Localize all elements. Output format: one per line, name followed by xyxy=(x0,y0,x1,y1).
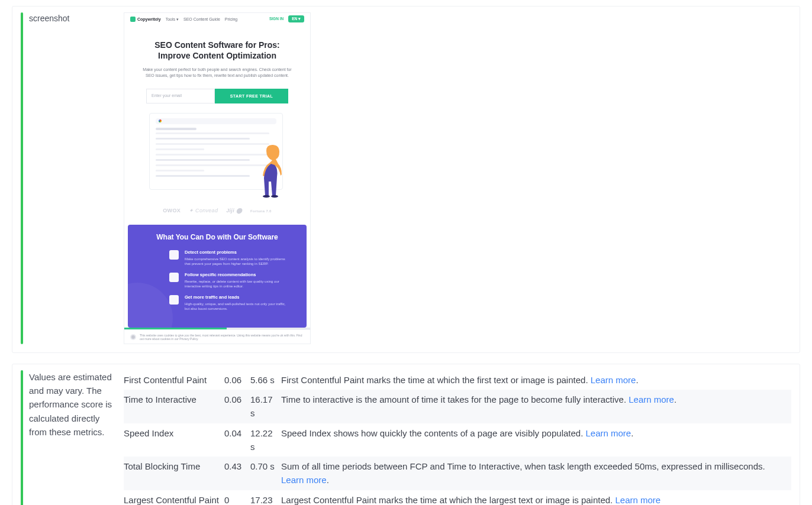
feature-title: Get more traffic and leads xyxy=(185,294,291,300)
nav-item-tools: Tools ▾ xyxy=(166,17,179,22)
screenshot-label: screenshot xyxy=(29,12,118,25)
metric-time: 0.70 s xyxy=(250,457,281,490)
search-bar-icon xyxy=(156,118,276,124)
metric-description: First Contentful Paint marks the time at… xyxy=(281,370,791,390)
email-input: Enter your email xyxy=(146,89,215,103)
features-heading: What You Can Do with Our Software xyxy=(143,233,291,242)
signin-link: SIGN IN xyxy=(269,17,283,21)
metrics-table: First Contentful Paint0.065.66 sFirst Co… xyxy=(124,370,791,505)
metric-description: Speed Index shows how quickly the conten… xyxy=(281,423,791,457)
metric-score: 0.43 xyxy=(224,457,250,490)
learn-more-link[interactable]: Learn more xyxy=(591,375,636,385)
learn-more-link[interactable]: Learn more xyxy=(281,475,327,485)
metric-time: 17.23 s xyxy=(250,490,281,505)
hero-subtitle: Make your content perfect for both peopl… xyxy=(141,67,294,77)
table-row: Total Blocking Time0.430.70 sSum of all … xyxy=(124,457,791,490)
accent-bar xyxy=(21,370,23,505)
svg-point-0 xyxy=(268,145,278,156)
svg-point-1 xyxy=(263,195,270,198)
brand-owox: OWOX xyxy=(163,208,181,215)
feature-title: Detect content problems xyxy=(185,250,291,255)
metric-description: Sum of all time periods between FCP and … xyxy=(281,457,791,490)
metric-description: Largest Contentful Paint marks the time … xyxy=(281,490,791,505)
brand-jiji: Jiji ⬤ xyxy=(226,208,242,215)
brand-logos-row: OWOX ✦ Convead Jiji ⬤ Fortuna 7.0 xyxy=(124,208,310,219)
learn-more-link[interactable]: Learn more xyxy=(586,428,631,438)
table-row: Largest Contentful Paint017.23 sLargest … xyxy=(124,490,791,505)
recommend-icon xyxy=(169,273,179,282)
feature-item: Detect content problems Make comprehensi… xyxy=(143,250,291,266)
metric-time: 16.17 s xyxy=(250,390,281,423)
feature-item: Follow specific recommendations Rewrite,… xyxy=(143,272,291,289)
cookie-icon xyxy=(130,334,136,340)
metric-description: Time to interactive is the amount of tim… xyxy=(281,390,791,423)
feature-title: Follow specific recommendations xyxy=(185,272,291,278)
mini-illustration xyxy=(138,113,296,202)
metric-score: 0.06 xyxy=(224,370,250,390)
brand-fortuna: Fortuna 7.0 xyxy=(250,209,272,213)
metric-name: Largest Contentful Paint xyxy=(124,490,224,505)
metrics-description: Values are estimated and may vary. The p… xyxy=(29,370,118,439)
learn-more-link[interactable]: Learn more xyxy=(629,394,674,404)
hero-title-line1: SEO Content Software for Pros: xyxy=(154,40,280,50)
detect-icon xyxy=(169,250,179,260)
screenshot-card: screenshot Copywritely Tools ▾ SEO Conte… xyxy=(12,6,800,353)
mini-hero: SEO Content Software for Pros: Improve C… xyxy=(124,25,310,80)
metric-name: Time to Interactive xyxy=(124,390,224,423)
screenshot-preview[interactable]: Copywritely Tools ▾ SEO Content Guide Pr… xyxy=(124,12,311,344)
hero-title: SEO Content Software for Pros: Improve C… xyxy=(141,40,294,61)
table-row: Time to Interactive0.0616.17 sTime to in… xyxy=(124,390,791,423)
brand-convead: ✦ Convead xyxy=(189,208,218,215)
start-trial-button: START FREE TRIAL xyxy=(215,89,288,103)
metric-score: 0.04 xyxy=(224,423,250,457)
feature-desc: Rewrite, replace, or delete content with… xyxy=(185,279,291,289)
table-row: First Contentful Paint0.065.66 sFirst Co… xyxy=(124,370,791,390)
metric-score: 0 xyxy=(224,490,250,505)
table-row: Speed Index0.0412.22 sSpeed Index shows … xyxy=(124,423,791,457)
metrics-card: Values are estimated and may vary. The p… xyxy=(12,364,800,505)
screenshot-preview-wrap: Copywritely Tools ▾ SEO Content Guide Pr… xyxy=(124,12,791,344)
logo-icon xyxy=(130,17,136,22)
person-illustration-icon xyxy=(258,144,291,198)
metric-name: First Contentful Paint xyxy=(124,370,224,390)
feature-desc: High-quality, unique, and well-polished … xyxy=(185,302,291,311)
metric-time: 5.66 s xyxy=(250,370,281,390)
cookie-banner: This website uses cookies to give you th… xyxy=(124,329,310,344)
learn-more-link[interactable]: Learn more xyxy=(615,495,660,505)
traffic-icon xyxy=(169,295,179,305)
feature-item: Get more traffic and leads High-quality,… xyxy=(143,294,291,311)
metric-name: Speed Index xyxy=(124,423,224,457)
lang-selector: EN ▾ xyxy=(288,15,304,22)
accent-bar xyxy=(21,12,23,344)
mini-cta-row: Enter your email START FREE TRIAL xyxy=(124,80,310,109)
nav-item-guide: SEO Content Guide xyxy=(183,17,220,22)
metric-time: 12.22 s xyxy=(250,423,281,457)
nav-item-pricing: Pricing xyxy=(225,17,237,22)
metric-name: Total Blocking Time xyxy=(124,457,224,490)
svg-point-2 xyxy=(271,195,278,198)
metric-score: 0.06 xyxy=(224,390,250,423)
feature-desc: Make comprehensive SEO content analysis … xyxy=(185,257,291,266)
mini-logo: Copywritely xyxy=(130,17,161,22)
hero-title-line2: Improve Content Optimization xyxy=(158,51,276,60)
cookie-text: This website uses cookies to give you th… xyxy=(140,334,304,341)
brand-name: Copywritely xyxy=(137,17,161,22)
mini-nav: Copywritely Tools ▾ SEO Content Guide Pr… xyxy=(124,13,310,25)
features-section: What You Can Do with Our Software Detect… xyxy=(128,225,307,327)
